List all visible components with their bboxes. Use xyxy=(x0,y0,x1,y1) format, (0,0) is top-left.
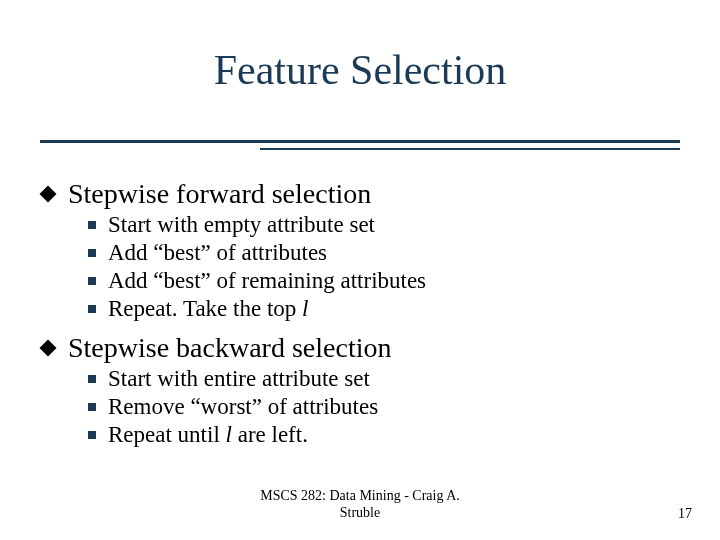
title-rule-short xyxy=(260,148,680,150)
diamond-bullet-icon xyxy=(40,186,57,203)
subbullet-suffix: are left. xyxy=(232,422,308,447)
bullet-level2: Repeat. Take the top l xyxy=(88,296,680,322)
subbullet-text: Remove “worst” of attributes xyxy=(108,394,378,420)
subbullet-text: Add “best” of attributes xyxy=(108,240,327,266)
footer: MSCS 282: Data Mining - Craig A. Struble xyxy=(0,488,720,522)
bullet-level2: Remove “worst” of attributes xyxy=(88,394,680,420)
square-bullet-icon xyxy=(88,375,96,383)
subbullet-text: Repeat. Take the top l xyxy=(108,296,308,322)
bullet-level2: Start with empty attribute set xyxy=(88,212,680,238)
footer-line2: Struble xyxy=(340,505,380,520)
bullet-level2: Start with entire attribute set xyxy=(88,366,680,392)
bullet-level2: Add “best” of remaining attributes xyxy=(88,268,680,294)
square-bullet-icon xyxy=(88,305,96,313)
subbullet-prefix: Repeat. Take the top xyxy=(108,296,302,321)
subbullet-text: Start with empty attribute set xyxy=(108,212,375,238)
diamond-bullet-icon xyxy=(40,340,57,357)
bullet-text: Stepwise forward selection xyxy=(68,178,371,210)
bullet-level2: Add “best” of attributes xyxy=(88,240,680,266)
subbullet-italic: l xyxy=(302,296,308,321)
slide: Feature Selection Stepwise forward selec… xyxy=(0,0,720,540)
square-bullet-icon xyxy=(88,221,96,229)
footer-line1: MSCS 282: Data Mining - Craig A. xyxy=(260,488,460,503)
title-rule-long xyxy=(40,140,680,143)
bullet-level1: Stepwise forward selection xyxy=(42,178,680,210)
page-number: 17 xyxy=(678,506,692,522)
slide-title: Feature Selection xyxy=(214,46,507,94)
bullet-level2: Repeat until l are left. xyxy=(88,422,680,448)
square-bullet-icon xyxy=(88,403,96,411)
bullet-text: Stepwise backward selection xyxy=(68,332,391,364)
subbullet-text: Add “best” of remaining attributes xyxy=(108,268,426,294)
body: Stepwise forward selection Start with em… xyxy=(42,170,680,448)
subbullet-text: Repeat until l are left. xyxy=(108,422,308,448)
title-block: Feature Selection xyxy=(0,46,720,94)
square-bullet-icon xyxy=(88,277,96,285)
subbullet-prefix: Repeat until xyxy=(108,422,226,447)
subbullet-text: Start with entire attribute set xyxy=(108,366,370,392)
square-bullet-icon xyxy=(88,249,96,257)
square-bullet-icon xyxy=(88,431,96,439)
bullet-level1: Stepwise backward selection xyxy=(42,332,680,364)
